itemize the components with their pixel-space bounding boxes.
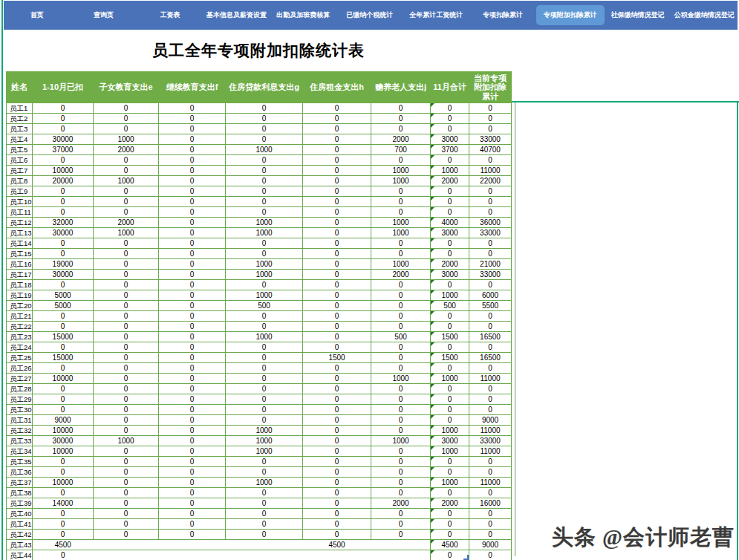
value-cell[interactable]: 0 xyxy=(431,405,469,415)
value-cell[interactable]: 0 xyxy=(371,124,431,134)
employee-name-cell[interactable]: 员工13 xyxy=(7,228,33,238)
value-cell[interactable]: 0 xyxy=(469,488,512,498)
value-cell[interactable]: 0 xyxy=(94,519,159,530)
value-cell[interactable]: 0 xyxy=(159,228,226,238)
employee-name-cell[interactable]: 员工31 xyxy=(7,415,33,426)
value-cell[interactable]: 0 xyxy=(226,457,303,467)
value-cell[interactable]: 0 xyxy=(159,353,226,363)
value-cell[interactable]: 0 xyxy=(33,363,94,374)
value-cell[interactable]: 30000 xyxy=(33,436,94,446)
value-cell[interactable]: 0 xyxy=(159,249,226,259)
value-cell[interactable]: 33000 xyxy=(469,134,512,145)
value-cell[interactable]: 0 xyxy=(469,114,512,124)
nav-tab[interactable]: 专项扣除累计 xyxy=(469,7,536,23)
value-cell[interactable]: 0 xyxy=(94,124,159,134)
value-cell[interactable]: 0 xyxy=(226,488,303,498)
value-cell[interactable]: 0 xyxy=(159,311,226,322)
value-cell[interactable]: 1000 xyxy=(371,176,431,186)
employee-name-cell[interactable]: 员工10 xyxy=(7,197,33,207)
value-cell[interactable]: 0 xyxy=(431,114,469,124)
value-cell[interactable]: 500 xyxy=(226,301,303,311)
value-cell[interactable]: 1000 xyxy=(431,478,469,488)
value-cell[interactable]: 0 xyxy=(431,550,469,560)
employee-name-cell[interactable]: 员工4 xyxy=(7,134,33,145)
value-cell[interactable]: 0 xyxy=(431,322,469,332)
value-cell[interactable]: 32000 xyxy=(33,218,94,228)
value-cell[interactable]: 0 xyxy=(469,197,512,207)
value-cell[interactable]: 0 xyxy=(371,519,431,530)
value-cell[interactable]: 10000 xyxy=(33,478,94,488)
value-cell[interactable]: 0 xyxy=(431,342,469,353)
value-cell[interactable]: 0 xyxy=(226,530,303,540)
value-cell[interactable]: 1000 xyxy=(94,134,159,145)
value-cell[interactable]: 0 xyxy=(94,270,159,280)
value-cell[interactable]: 0 xyxy=(33,457,94,467)
value-cell[interactable]: 2000 xyxy=(431,259,469,270)
value-cell[interactable]: 0 xyxy=(159,103,226,114)
value-cell[interactable]: 0 xyxy=(226,249,303,259)
value-cell[interactable]: 0 xyxy=(226,124,303,134)
value-cell[interactable]: 30000 xyxy=(33,134,94,145)
value-cell[interactable]: 0 xyxy=(33,249,94,259)
value-cell[interactable]: 0 xyxy=(431,155,469,166)
value-cell[interactable]: 0 xyxy=(159,478,226,488)
value-cell[interactable]: 10000 xyxy=(33,166,94,176)
value-cell[interactable]: 0 xyxy=(371,457,431,467)
value-cell[interactable]: 0 xyxy=(159,394,226,405)
value-cell[interactable]: 0 xyxy=(431,124,469,134)
value-cell[interactable]: 2000 xyxy=(94,218,159,228)
value-cell[interactable]: 0 xyxy=(226,498,303,509)
value-cell[interactable]: 11000 xyxy=(469,374,512,384)
value-cell[interactable]: 0 xyxy=(431,467,469,478)
value-cell[interactable]: 4500 xyxy=(303,540,371,550)
value-cell[interactable]: 0 xyxy=(303,509,371,519)
value-cell[interactable]: 9000 xyxy=(469,415,512,426)
employee-name-cell[interactable]: 员工3 xyxy=(7,124,33,134)
value-cell[interactable]: 0 xyxy=(94,446,159,457)
value-cell[interactable]: 0 xyxy=(371,353,431,363)
value-cell[interactable]: 0 xyxy=(159,498,226,509)
value-cell[interactable]: 0 xyxy=(469,384,512,394)
value-cell[interactable]: 0 xyxy=(159,280,226,290)
value-cell[interactable]: 9000 xyxy=(33,415,94,426)
value-cell[interactable]: 19000 xyxy=(33,259,94,270)
nav-tab[interactable]: 工资表 xyxy=(137,7,204,23)
value-cell[interactable]: 0 xyxy=(159,342,226,353)
employee-name-cell[interactable]: 员工41 xyxy=(7,519,33,530)
value-cell[interactable]: 2000 xyxy=(431,176,469,186)
value-cell[interactable]: 1000 xyxy=(431,446,469,457)
value-cell[interactable]: 0 xyxy=(159,457,226,467)
value-cell[interactable]: 0 xyxy=(94,415,159,426)
value-cell[interactable]: 0 xyxy=(469,238,512,249)
value-cell[interactable]: 0 xyxy=(226,363,303,374)
value-cell[interactable]: 30000 xyxy=(33,270,94,280)
value-cell[interactable]: 0 xyxy=(226,103,303,114)
value-cell[interactable]: 0 xyxy=(469,363,512,374)
value-cell[interactable]: 0 xyxy=(431,519,469,530)
value-cell[interactable]: 0 xyxy=(469,311,512,322)
value-cell[interactable]: 0 xyxy=(94,426,159,436)
nav-tab[interactable]: 已缴纳个税统计 xyxy=(336,7,403,23)
value-cell[interactable]: 1000 xyxy=(226,218,303,228)
employee-name-cell[interactable]: 员工23 xyxy=(7,332,33,342)
value-cell[interactable]: 0 xyxy=(371,363,431,374)
employee-name-cell[interactable]: 员工7 xyxy=(7,166,33,176)
value-cell[interactable]: 0 xyxy=(431,394,469,405)
value-cell[interactable]: 0 xyxy=(94,322,159,332)
value-cell[interactable]: 0 xyxy=(94,353,159,363)
value-cell[interactable]: 0 xyxy=(159,166,226,176)
value-cell[interactable]: 0 xyxy=(226,405,303,415)
nav-tab[interactable]: 出勤及加班费核算 xyxy=(270,7,336,23)
value-cell[interactable]: 0 xyxy=(469,530,512,540)
value-cell[interactable]: 1000 xyxy=(371,374,431,384)
value-cell[interactable]: 21000 xyxy=(469,259,512,270)
employee-name-cell[interactable]: 员工44 xyxy=(7,550,33,560)
value-cell[interactable]: 2000 xyxy=(371,498,431,509)
value-cell[interactable]: 0 xyxy=(226,509,303,519)
value-cell[interactable]: 2000 xyxy=(371,270,431,280)
value-cell[interactable]: 0 xyxy=(94,457,159,467)
value-cell[interactable]: 0 xyxy=(226,166,303,176)
value-cell[interactable]: 0 xyxy=(33,394,94,405)
employee-name-cell[interactable]: 员工40 xyxy=(7,509,33,519)
employee-name-cell[interactable]: 员工16 xyxy=(7,259,33,270)
